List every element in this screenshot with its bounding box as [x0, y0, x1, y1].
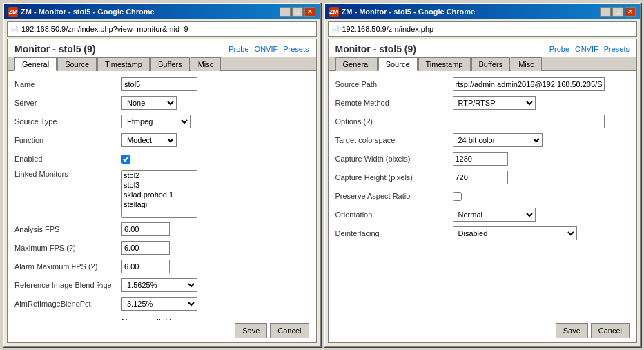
capture-width-row: Capture Width (pixels)	[335, 151, 630, 166]
max-fps-label: Maximum FPS (?)	[14, 244, 121, 252]
probe-link-2[interactable]: Probe	[549, 45, 569, 53]
linked-monitors-row: Linked Monitors stol2 stol3 sklad prohod…	[14, 170, 309, 218]
name-input[interactable]	[121, 77, 197, 91]
server-row: Server None	[14, 95, 309, 110]
source-path-row: Source Path	[335, 77, 630, 92]
maximize-btn-2[interactable]: □	[612, 7, 623, 17]
triggers-row: Triggers None available	[14, 315, 309, 320]
tab-buffers-1[interactable]: Buffers	[150, 57, 190, 71]
source-type-select[interactable]: Ffmpeg	[121, 115, 191, 128]
tab-source-2[interactable]: Source	[378, 57, 418, 71]
linked-monitors-select[interactable]: stol2 stol3 sklad prohod 1 stellagi	[121, 170, 197, 218]
page-icon-1: 📄	[10, 26, 19, 33]
tab-timestamp-1[interactable]: Timestamp	[97, 57, 150, 71]
tab-misc-1[interactable]: Misc	[191, 57, 222, 71]
tab-timestamp-2[interactable]: Timestamp	[418, 57, 471, 71]
enabled-label: Enabled	[14, 155, 121, 163]
tab-buffers-2[interactable]: Buffers	[471, 57, 511, 71]
minimize-btn-1[interactable]: _	[280, 7, 291, 17]
target-colorspace-select[interactable]: 24 bit color	[453, 133, 543, 147]
capture-height-input[interactable]	[453, 171, 508, 184]
deinterlacing-label: Deinterlacing	[335, 229, 453, 237]
alm-ref-label: AlmRefImageBlendPct	[14, 300, 121, 308]
tabs-1: General Source Timestamp Buffers Misc	[8, 57, 316, 71]
name-row: Name	[14, 77, 309, 92]
header-links-2: Probe ONVIF Presets	[549, 45, 630, 53]
preserve-aspect-checkbox[interactable]	[453, 192, 462, 201]
title-bar-buttons-2: _ □ ✕	[600, 7, 636, 17]
address-text-2[interactable]: 192.168.50.9/zm/index.php	[342, 25, 434, 33]
presets-link-2[interactable]: Presets	[604, 45, 630, 53]
probe-link-1[interactable]: Probe	[228, 45, 248, 53]
close-btn-2[interactable]: ✕	[625, 7, 636, 17]
analysis-fps-row: Analysis FPS	[14, 222, 309, 237]
capture-width-input[interactable]	[453, 152, 508, 166]
onvif-link-2[interactable]: ONVIF	[575, 45, 598, 53]
tab-general-2[interactable]: General	[335, 57, 378, 71]
address-bar-1: 📄 192.168.50.9/zm/index.php?view=monitor…	[7, 21, 317, 37]
function-label: Function	[14, 136, 121, 144]
deinterlacing-select[interactable]: Disabled	[453, 226, 577, 240]
monitor-header-2: Monitor - stol5 (9) Probe ONVIF Presets	[329, 39, 637, 57]
ref-blend-row: Reference Image Blend %ge 1.5625%	[14, 278, 309, 293]
cancel-button-1[interactable]: Cancel	[270, 323, 309, 338]
monitor-title-2: Monitor - stol5 (9)	[335, 43, 416, 55]
content-1: Monitor - stol5 (9) Probe ONVIF Presets …	[7, 39, 317, 343]
source-type-row: Source Type Ffmpeg	[14, 114, 309, 129]
max-fps-row: Maximum FPS (?)	[14, 240, 309, 255]
source-path-label: Source Path	[335, 80, 453, 88]
function-row: Function Modect	[14, 133, 309, 148]
capture-width-label: Capture Width (pixels)	[335, 155, 453, 163]
title-bar-2: ZM ZM - Monitor - stol5 - Google Chrome …	[325, 4, 641, 19]
content-2: Monitor - stol5 (9) Probe ONVIF Presets …	[328, 39, 638, 343]
deinterlacing-row: Deinterlacing Disabled	[335, 226, 630, 241]
server-select[interactable]: None	[121, 96, 177, 110]
address-text-1[interactable]: 192.168.50.9/zm/index.php?view=monitor&m…	[21, 25, 188, 33]
source-path-input[interactable]	[453, 77, 605, 91]
capture-height-row: Capture Height (pixels)	[335, 170, 630, 185]
window-1: ZM ZM - Monitor - stol5 - Google Chrome …	[3, 3, 321, 347]
target-colorspace-row: Target colorspace 24 bit color	[335, 133, 630, 148]
window-title-1: ZM - Monitor - stol5 - Google Chrome	[21, 8, 155, 16]
remote-method-row: Remote Method RTP/RTSP	[335, 95, 630, 110]
analysis-fps-input[interactable]	[121, 222, 170, 236]
server-label: Server	[14, 99, 121, 107]
options-input[interactable]	[453, 115, 605, 128]
orientation-select[interactable]: Normal	[453, 208, 536, 222]
alarm-max-fps-row: Alarm Maximum FPS (?)	[14, 259, 309, 274]
options-label: Options (?)	[335, 117, 453, 126]
alm-ref-select[interactable]: 3.125%	[121, 297, 197, 311]
save-button-2[interactable]: Save	[556, 323, 588, 338]
title-bar-buttons-1: _ □ ✕	[280, 7, 315, 17]
ref-blend-label: Reference Image Blend %ge	[14, 281, 121, 289]
minimize-btn-2[interactable]: _	[600, 7, 611, 17]
tab-source-1[interactable]: Source	[57, 57, 97, 71]
window-title-2: ZM - Monitor - stol5 - Google Chrome	[342, 8, 476, 16]
enabled-row: Enabled	[14, 151, 309, 166]
cancel-button-2[interactable]: Cancel	[591, 323, 630, 338]
onvif-link-1[interactable]: ONVIF	[255, 45, 278, 53]
window-2: ZM ZM - Monitor - stol5 - Google Chrome …	[324, 3, 642, 347]
function-select[interactable]: Modect	[121, 133, 177, 147]
monitor-title-1: Monitor - stol5 (9)	[14, 43, 95, 55]
title-bar-1: ZM ZM - Monitor - stol5 - Google Chrome …	[4, 4, 320, 19]
tab-misc-2[interactable]: Misc	[511, 57, 542, 71]
remote-method-select[interactable]: RTP/RTSP	[453, 96, 536, 110]
tab-general-1[interactable]: General	[14, 57, 57, 71]
footer-2: Save Cancel	[329, 320, 637, 342]
close-btn-1[interactable]: ✕	[304, 7, 315, 17]
alarm-max-fps-label: Alarm Maximum FPS (?)	[14, 262, 121, 271]
maximize-btn-1[interactable]: □	[292, 7, 303, 17]
orientation-row: Orientation Normal	[335, 207, 630, 222]
presets-link-1[interactable]: Presets	[283, 45, 309, 53]
target-colorspace-label: Target colorspace	[335, 136, 453, 144]
save-button-1[interactable]: Save	[235, 323, 267, 338]
alarm-max-fps-input[interactable]	[121, 260, 170, 273]
options-row: Options (?)	[335, 114, 630, 129]
zm-icon-2: ZM	[329, 7, 339, 17]
orientation-label: Orientation	[335, 211, 453, 219]
ref-blend-select[interactable]: 1.5625%	[121, 278, 197, 292]
enabled-checkbox[interactable]	[121, 155, 130, 164]
max-fps-input[interactable]	[121, 241, 170, 255]
source-type-label: Source Type	[14, 117, 121, 126]
